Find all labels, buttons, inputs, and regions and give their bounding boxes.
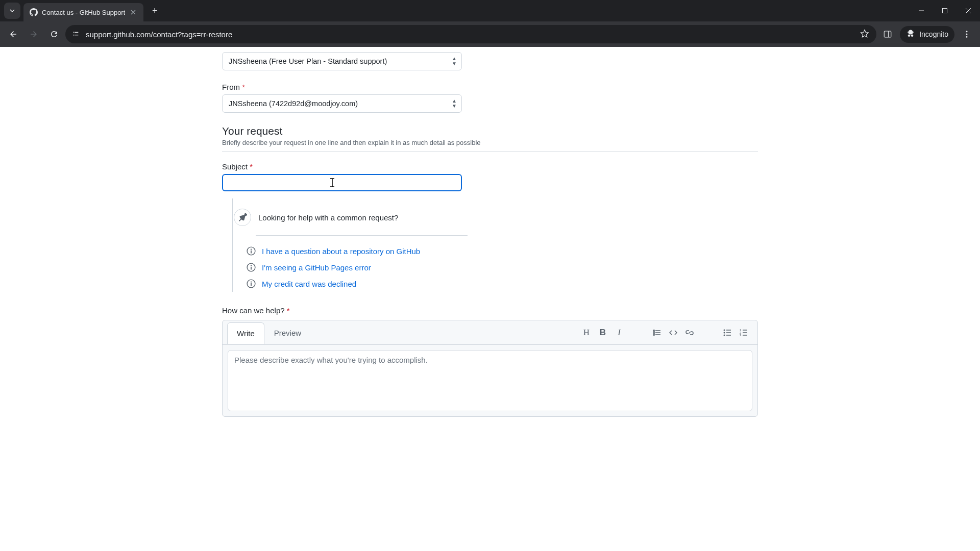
close-tab-icon[interactable] xyxy=(129,8,137,16)
tab-search-dropdown[interactable] xyxy=(4,3,20,19)
incognito-label: Incognito xyxy=(919,30,948,38)
bullet-list-icon[interactable] xyxy=(723,328,732,337)
suggestion-item[interactable]: My credit card was declined xyxy=(232,276,758,292)
incognito-icon xyxy=(906,29,915,40)
window-controls xyxy=(910,0,980,21)
minimize-button[interactable] xyxy=(910,0,933,21)
browser-chrome: Contact us - GitHub Support + support.gi… xyxy=(0,0,980,47)
quote-icon[interactable] xyxy=(652,328,662,337)
forward-button[interactable] xyxy=(24,25,43,43)
markdown-editor: Write Preview H B I xyxy=(222,320,758,417)
italic-icon[interactable]: I xyxy=(615,328,624,337)
svg-point-2 xyxy=(74,34,75,35)
subject-field: Subject * xyxy=(222,162,758,191)
new-tab-button[interactable]: + xyxy=(148,4,162,18)
section-subtitle: Briefly describe your request in one lin… xyxy=(222,139,758,152)
maximize-button[interactable] xyxy=(933,0,957,21)
editor-textarea[interactable]: Please describe exactly what you're tryi… xyxy=(228,350,752,411)
back-button[interactable] xyxy=(4,25,22,43)
svg-rect-15 xyxy=(251,267,252,270)
account-field: JNSsheena (Free User Plan - Standard sup… xyxy=(222,52,758,70)
from-select[interactable]: JNSsheena (7422d92d@moodjoy.com) xyxy=(222,94,462,113)
svg-rect-0 xyxy=(943,9,947,13)
tab-title: Contact us - GitHub Support xyxy=(42,9,125,16)
menu-icon[interactable] xyxy=(958,25,976,43)
svg-rect-18 xyxy=(251,283,252,286)
incognito-badge[interactable]: Incognito xyxy=(900,26,954,43)
info-icon xyxy=(247,246,256,256)
svg-rect-4 xyxy=(75,35,79,35)
browser-tab[interactable]: Contact us - GitHub Support xyxy=(23,3,143,21)
toolbar-right: Incognito xyxy=(878,25,976,43)
svg-point-17 xyxy=(251,282,252,283)
suggestions-heading: Looking for help with a common request? xyxy=(258,213,398,222)
svg-point-11 xyxy=(251,249,252,250)
suggestion-link[interactable]: I'm seeing a GitHub Pages error xyxy=(262,263,371,272)
svg-point-20 xyxy=(724,332,725,333)
heading-icon[interactable]: H xyxy=(582,328,591,337)
help-label: How can we help? * xyxy=(222,306,758,315)
tab-bar: Contact us - GitHub Support + xyxy=(0,0,980,21)
chevron-updown-icon: ▲▼ xyxy=(452,98,457,109)
address-bar: support.github.com/contact?tags=rr-resto… xyxy=(0,21,980,47)
write-tab[interactable]: Write xyxy=(227,322,264,344)
svg-rect-12 xyxy=(251,251,252,254)
chevron-updown-icon: ▲▼ xyxy=(452,56,457,66)
github-favicon-icon xyxy=(30,8,38,16)
svg-point-8 xyxy=(966,34,968,35)
url-bar[interactable]: support.github.com/contact?tags=rr-resto… xyxy=(65,25,876,43)
svg-text:3: 3 xyxy=(740,334,742,337)
section-title: Your request xyxy=(222,125,758,137)
from-label: From * xyxy=(222,83,758,91)
svg-point-7 xyxy=(966,31,968,32)
suggestion-link[interactable]: My credit card was declined xyxy=(262,280,356,288)
numbered-list-icon[interactable]: 123 xyxy=(739,328,748,337)
subject-input[interactable] xyxy=(222,174,462,191)
info-icon xyxy=(247,263,256,272)
code-icon[interactable] xyxy=(669,328,678,337)
bold-icon[interactable]: B xyxy=(598,328,607,337)
divider xyxy=(256,235,468,236)
bookmark-icon[interactable] xyxy=(860,29,869,40)
svg-point-14 xyxy=(251,265,252,266)
site-settings-icon[interactable] xyxy=(72,30,81,39)
svg-point-1 xyxy=(74,32,75,33)
subject-label: Subject * xyxy=(222,162,758,171)
link-icon[interactable] xyxy=(685,328,694,337)
suggestion-item[interactable]: I have a question about a repository on … xyxy=(232,243,758,259)
close-window-button[interactable] xyxy=(957,0,980,21)
from-field: From * JNSsheena (7422d92d@moodjoy.com) … xyxy=(222,83,758,113)
suggestion-item[interactable]: I'm seeing a GitHub Pages error xyxy=(232,259,758,276)
svg-point-9 xyxy=(966,36,968,38)
suggestions-panel: Looking for help with a common request? … xyxy=(222,204,758,292)
url-text: support.github.com/contact?tags=rr-resto… xyxy=(86,30,855,39)
info-icon xyxy=(247,279,256,288)
side-panel-icon[interactable] xyxy=(878,25,897,43)
svg-rect-3 xyxy=(75,32,79,32)
telescope-icon xyxy=(234,209,251,226)
svg-point-21 xyxy=(724,334,725,336)
svg-point-19 xyxy=(724,329,725,331)
editor-toolbar: Write Preview H B I xyxy=(223,320,757,345)
page-content: JNSsheena (Free User Plan - Standard sup… xyxy=(0,47,980,551)
suggestion-link[interactable]: I have a question about a repository on … xyxy=(262,247,420,256)
account-select[interactable]: JNSsheena (Free User Plan - Standard sup… xyxy=(222,52,462,70)
editor-placeholder: Please describe exactly what you're tryi… xyxy=(234,356,428,364)
svg-rect-5 xyxy=(884,31,891,37)
reload-button[interactable] xyxy=(45,25,63,43)
preview-tab[interactable]: Preview xyxy=(264,322,311,343)
